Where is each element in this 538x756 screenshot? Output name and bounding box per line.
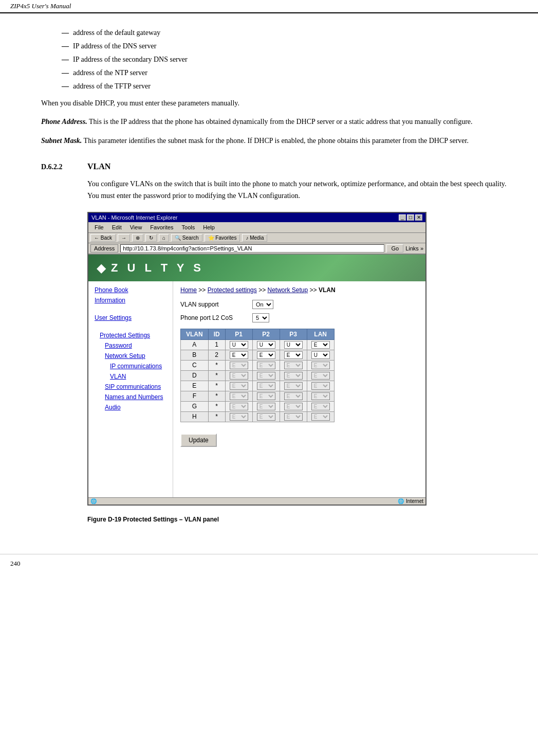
sidebar-audio[interactable]: Audio <box>100 404 166 411</box>
sidebar-protected-settings[interactable]: Protected Settings <box>100 332 166 339</box>
table-cell: * <box>208 391 225 401</box>
vlan-cell-select[interactable]: EU <box>284 362 303 369</box>
dash-icon: — <box>62 56 69 64</box>
vlan-support-select[interactable]: On Off <box>252 300 273 309</box>
vlan-cell-select[interactable]: EU <box>230 392 248 400</box>
search-button[interactable]: 🔍 Search <box>171 234 202 242</box>
vlan-cell-select[interactable]: EU <box>311 392 330 400</box>
vlan-cell-select[interactable]: UE <box>230 341 248 349</box>
table-cell: * <box>208 360 225 370</box>
breadcrumb-home[interactable]: Home <box>180 286 197 294</box>
vlan-cell-select[interactable]: EU <box>257 372 275 380</box>
vlan-cell-select[interactable]: EU <box>257 351 275 359</box>
table-cell: EU <box>225 360 252 370</box>
browser-title: VLAN - Microsoft Internet Explorer <box>91 214 178 221</box>
browser-sidebar: Phone Book Information User Settings Pro… <box>88 281 173 497</box>
vlan-cell-select[interactable]: EU <box>311 382 330 390</box>
table-row: C*EUEUEUEU <box>181 360 335 370</box>
sidebar-ip-communications[interactable]: IP communications <box>100 363 166 370</box>
vlan-cell-select[interactable]: EU <box>311 362 330 369</box>
sidebar-user-settings[interactable]: User Settings <box>95 314 166 321</box>
vlan-cell-select[interactable]: UE <box>311 351 330 359</box>
home-button[interactable]: ⌂ <box>159 234 169 242</box>
minimize-button[interactable]: _ <box>399 214 406 221</box>
status-icon: 🌐 <box>90 498 97 504</box>
phone-port-label: Phone port L2 CoS <box>180 314 247 321</box>
table-row: F*EUEUEUEU <box>181 391 335 401</box>
vlan-cell-select[interactable]: EU <box>311 403 330 410</box>
sidebar-phone-book[interactable]: Phone Book <box>95 286 166 294</box>
table-cell: UE <box>307 350 334 360</box>
links-button[interactable]: Links » <box>405 245 423 251</box>
vlan-cell-select[interactable]: EU <box>284 413 303 421</box>
go-button[interactable]: Go <box>386 244 403 253</box>
zultys-banner: ◆ Z U L T Y S <box>88 255 425 281</box>
menu-view[interactable]: View <box>126 223 146 231</box>
menu-edit[interactable]: Edit <box>108 223 126 231</box>
maximize-button[interactable]: □ <box>407 214 414 221</box>
menu-help[interactable]: Help <box>199 223 219 231</box>
breadcrumb-network[interactable]: Network Setup <box>267 286 308 294</box>
vlan-cell-select[interactable]: EU <box>230 413 248 421</box>
table-cell: EU <box>280 381 307 391</box>
vlan-support-row: VLAN support On Off <box>180 300 418 309</box>
vlan-cell-select[interactable]: UE <box>257 341 275 349</box>
table-cell: H <box>181 411 209 422</box>
vlan-cell-select[interactable]: EU <box>257 413 275 421</box>
vlan-cell-select[interactable]: EU <box>284 372 303 380</box>
table-cell: EU <box>307 411 334 422</box>
vlan-cell-select[interactable]: EU <box>257 362 275 369</box>
vlan-cell-select[interactable]: EU <box>284 351 303 359</box>
close-button[interactable]: ✕ <box>415 214 422 221</box>
favorites-button[interactable]: ⭐ Favorites <box>205 234 240 242</box>
vlan-cell-select[interactable]: EU <box>257 392 275 400</box>
media-button[interactable]: ♪ Media <box>242 234 267 242</box>
stop-button[interactable]: ⊗ <box>132 234 143 242</box>
vlan-cell-select[interactable]: EU <box>230 351 248 359</box>
zultys-logo-icon: ◆ <box>97 261 106 275</box>
vlan-cell-select[interactable]: EU <box>230 403 248 410</box>
sidebar-network-setup[interactable]: Network Setup <box>100 352 166 359</box>
sidebar-sip-communications[interactable]: SIP communications <box>100 383 166 390</box>
vlan-cell-select[interactable]: EU <box>284 382 303 390</box>
phone-address-label: Phone Address. <box>41 118 87 125</box>
vlan-cell-select[interactable]: EU <box>257 403 275 410</box>
menu-file[interactable]: File <box>90 223 108 231</box>
bullet-text-2: IP address of the DNS server <box>73 42 156 50</box>
sidebar-information[interactable]: Information <box>95 297 166 304</box>
page-footer: 240 <box>0 554 538 573</box>
browser-statusbar: 🌐 🌐 Internet <box>88 497 425 505</box>
vlan-cell-select[interactable]: EU <box>311 341 330 349</box>
table-cell: EU <box>225 401 252 411</box>
sidebar-names-numbers[interactable]: Names and Numbers <box>100 393 166 401</box>
vlan-cell-select[interactable]: EU <box>230 382 248 390</box>
page-number: 240 <box>10 560 21 568</box>
bullet-text-5: address of the TFTP server <box>73 82 151 91</box>
table-cell: EU <box>252 350 280 360</box>
breadcrumb-protected[interactable]: Protected settings <box>208 286 257 294</box>
vlan-cell-select[interactable]: EU <box>311 372 330 380</box>
forward-button[interactable]: → <box>118 234 130 242</box>
vlan-cell-select[interactable]: EU <box>257 382 275 390</box>
vlan-cell-select[interactable]: UE <box>284 341 303 349</box>
sidebar-vlan[interactable]: VLAN <box>100 373 166 380</box>
back-button[interactable]: ← Back <box>90 234 116 242</box>
address-input[interactable] <box>120 244 384 253</box>
table-cell: EU <box>280 370 307 381</box>
vlan-cell-select[interactable]: EU <box>284 392 303 400</box>
table-cell: EU <box>307 339 334 350</box>
table-cell: A <box>181 339 209 350</box>
vlan-cell-select[interactable]: EU <box>230 372 248 380</box>
refresh-button[interactable]: ↻ <box>145 234 157 242</box>
vlan-cell-select[interactable]: EU <box>230 362 248 369</box>
sidebar-password[interactable]: Password <box>100 342 166 349</box>
menu-tools[interactable]: Tools <box>178 223 199 231</box>
update-button[interactable]: Update <box>180 434 217 447</box>
vlan-cell-select[interactable]: EU <box>311 413 330 421</box>
vlan-cell-select[interactable]: EU <box>284 403 303 410</box>
menu-favorites[interactable]: Favorites <box>146 223 177 231</box>
table-cell: EU <box>252 411 280 422</box>
phone-port-select[interactable]: 5 1234 67 <box>252 313 269 322</box>
table-cell: EU <box>280 401 307 411</box>
bullet-text-4: address of the NTP server <box>73 69 147 77</box>
